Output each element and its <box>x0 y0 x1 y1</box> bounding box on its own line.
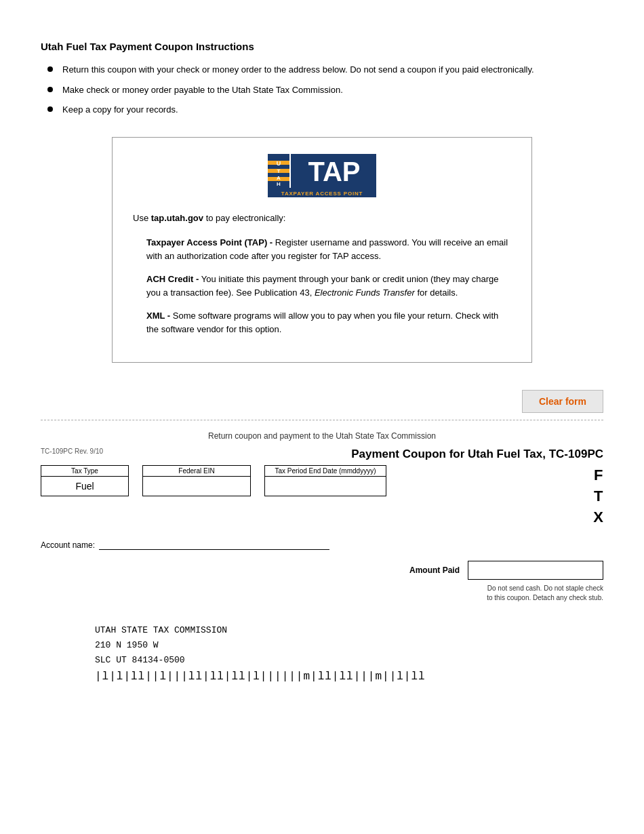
tap-info-box: U T A H TAP TAXPAYER ACCESS POINT Use ta… <box>112 137 532 363</box>
bullet-text-2: Make check or money order payable to the… <box>62 83 343 97</box>
account-label: Account name: <box>41 540 95 550</box>
amount-input[interactable] <box>468 561 603 579</box>
coupon-section: TC-109PC Rev. 9/10 Payment Coupon for Ut… <box>41 448 603 683</box>
coupon-fields-row: Tax Type Fuel Federal EIN Tax Period End… <box>41 465 603 528</box>
svg-text:A: A <box>277 175 281 181</box>
amount-note-text: Do not send cash. Do not staple checkto … <box>487 584 603 601</box>
amount-label: Amount Paid <box>409 565 460 575</box>
list-item: Make check or money order payable to the… <box>47 83 603 97</box>
barcode-text: |l|l|ll||l|||ll|ll|ll|l||||||m|ll|ll|||m… <box>95 671 426 683</box>
dashed-divider <box>41 420 603 420</box>
account-line <box>99 539 329 550</box>
period-value <box>265 477 386 496</box>
tap-para1-bold: Taxpayer Access Point (TAP) - <box>146 237 273 247</box>
coupon-title: Payment Coupon for Utah Fuel Tax, TC-109… <box>351 448 603 461</box>
tap-para2-bold: ACH Credit - <box>146 274 199 284</box>
tap-paragraph-2: ACH Credit - You initiate this payment t… <box>146 273 511 300</box>
tap-logo-container: U T A H TAP TAXPAYER ACCESS POINT <box>133 154 511 199</box>
bullet-text-3: Keep a copy for your records. <box>62 103 178 117</box>
tap-content: Use tap.utah.gov to pay electronically: … <box>133 212 511 337</box>
bullet-text-1: Return this coupon with your check or mo… <box>62 63 534 77</box>
period-field[interactable]: Tax Period End Date (mmddyyyy) <box>264 465 386 496</box>
bullet-list: Return this coupon with your check or mo… <box>41 63 603 117</box>
clear-form-button[interactable]: Clear form <box>522 390 603 413</box>
tax-type-label: Tax Type <box>41 466 128 477</box>
letter-f: F <box>594 465 603 486</box>
tap-url: tap.utah.gov <box>151 213 203 223</box>
tax-type-value: Fuel <box>41 477 128 496</box>
period-input[interactable] <box>270 481 380 492</box>
account-name-input[interactable] <box>99 539 329 549</box>
amount-box[interactable] <box>468 561 603 580</box>
ftx-letters: F T X <box>593 465 603 528</box>
tax-type-field: Tax Type Fuel <box>41 465 129 496</box>
amount-row: Amount Paid <box>41 561 603 580</box>
tap-para3-bold: XML - <box>146 311 170 321</box>
ein-field[interactable]: Federal EIN <box>142 465 251 496</box>
mailing-line-2: 210 N 1950 W <box>95 638 603 653</box>
instructions-section: Utah Fuel Tax Payment Coupon Instruction… <box>41 41 603 117</box>
barcode-line: |l|l|ll||l|||ll|ll|ll|l||||||m|ll|ll|||m… <box>95 671 603 683</box>
svg-rect-8 <box>289 154 291 188</box>
bullet-dot <box>47 87 53 92</box>
tap-use-line: Use tap.utah.gov to pay electronically: <box>133 212 511 225</box>
bullet-dot <box>47 106 53 112</box>
tap-paragraphs: Taxpayer Access Point (TAP) - Register u… <box>146 236 511 337</box>
instructions-title: Utah Fuel Tax Payment Coupon Instruction… <box>41 41 603 52</box>
bullet-dot <box>47 66 53 72</box>
coupon-rev: TC-109PC Rev. 9/10 <box>41 448 103 455</box>
coupon-rev-text: TC-109PC Rev. 9/10 <box>41 448 103 455</box>
list-item: Keep a copy for your records. <box>47 103 603 117</box>
account-row: Account name: <box>41 539 603 550</box>
mailing-address: UTAH STATE TAX COMMISSION 210 N 1950 W S… <box>95 623 603 668</box>
ein-value <box>143 477 250 496</box>
ein-label: Federal EIN <box>143 466 250 477</box>
period-label: Tax Period End Date (mmddyyyy) <box>265 466 386 477</box>
tap-logo: U T A H TAP TAXPAYER ACCESS POINT <box>268 154 376 197</box>
letter-x: X <box>593 507 603 528</box>
svg-text:U: U <box>277 160 281 167</box>
svg-text:TAP: TAP <box>308 157 360 186</box>
svg-text:H: H <box>277 181 281 187</box>
mailing-line-3: SLC UT 84134-0500 <box>95 653 603 668</box>
return-coupon-text: Return coupon and payment to the Utah St… <box>41 431 603 441</box>
account-row-inner: Account name: <box>41 539 603 550</box>
list-item: Return this coupon with your check or mo… <box>47 63 603 77</box>
letter-t: T <box>594 486 603 507</box>
svg-text:TAXPAYER ACCESS POINT: TAXPAYER ACCESS POINT <box>281 191 363 197</box>
amount-note: Do not send cash. Do not staple checkto … <box>41 584 603 603</box>
clear-form-row: Clear form <box>41 390 603 413</box>
mailing-line-1: UTAH STATE TAX COMMISSION <box>95 623 603 638</box>
ein-input[interactable] <box>148 481 245 492</box>
svg-text:T: T <box>277 168 281 174</box>
tap-para2-text: You initiate this payment through your b… <box>146 274 499 298</box>
tap-paragraph-1: Taxpayer Access Point (TAP) - Register u… <box>146 236 511 263</box>
mailing-section: UTAH STATE TAX COMMISSION 210 N 1950 W S… <box>41 623 603 683</box>
tap-para3-text: Some software programs will allow you to… <box>146 311 498 334</box>
coupon-title-text: Payment Coupon for Utah Fuel Tax, TC-109… <box>351 448 603 461</box>
tap-paragraph-3: XML - Some software programs will allow … <box>146 309 511 336</box>
